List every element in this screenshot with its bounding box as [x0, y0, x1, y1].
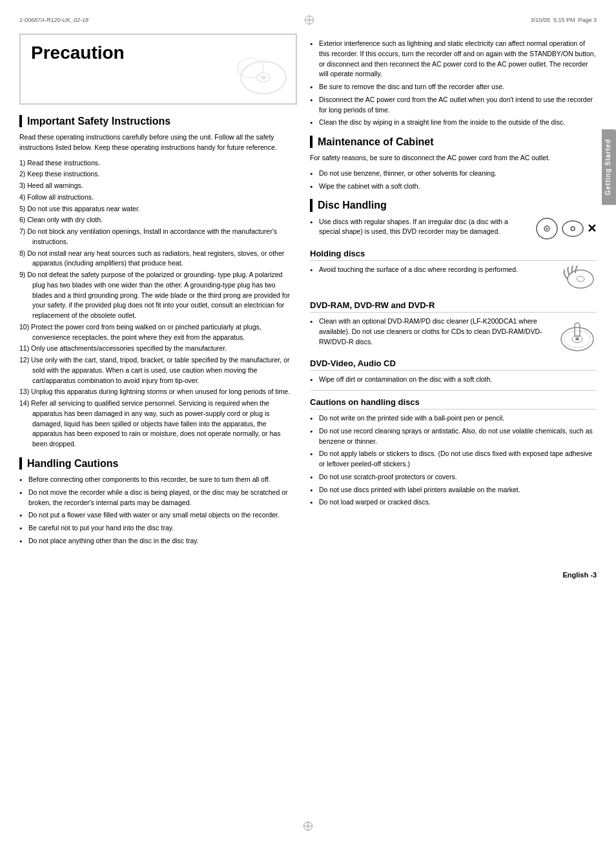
disc-handling-row: Use discs with regular shapes. If an irr…	[310, 217, 597, 243]
svg-point-10	[577, 276, 584, 282]
list-item: 10) Protect the power cord from being wa…	[19, 322, 297, 343]
disc-images: ✕	[535, 217, 597, 240]
safety-list: 1) Read these instructions. 2) Keep thes…	[19, 158, 297, 450]
list-item: 2) Keep these instructions.	[19, 169, 297, 180]
list-item: 6) Clean only with dry cloth.	[19, 215, 297, 225]
maintenance-list: Do not use benzene, thinner, or other so…	[310, 169, 597, 192]
disc-handling-list: Use discs with regular shapes. If an irr…	[310, 217, 529, 238]
list-item: 11) Only use attachments/accessories spe…	[19, 344, 297, 354]
list-item: 8) Do not install near any heat sources …	[19, 249, 297, 269]
svg-point-6	[546, 227, 548, 229]
list-item: Do not use discs printed with label prin…	[310, 485, 597, 495]
list-item: 9) Do not defeat the safety purpose of t…	[19, 270, 297, 321]
list-item: Do not put a flower vase filled with wat…	[19, 510, 297, 521]
page-meta: 3/10/05 5:15 PM Page 3	[531, 17, 597, 23]
hand-illustration	[558, 265, 597, 294]
list-item: 14) Refer all servicing to qualified ser…	[19, 399, 297, 450]
list-item: Do not load warped or cracked discs.	[310, 497, 597, 508]
list-item: Do not write on the printed side with a …	[310, 413, 597, 424]
svg-point-13	[575, 338, 579, 340]
handling-list: Before connecting other components to th…	[19, 475, 297, 546]
getting-started-tab: Getting Started	[602, 129, 616, 205]
list-item: Do not use scratch-proof protectors or c…	[310, 472, 597, 482]
handling-heading: Handling Cautions	[19, 457, 297, 470]
list-item: Wipe off dirt or contamination on the di…	[310, 375, 597, 385]
svg-point-7	[562, 221, 583, 236]
list-item: Do not place anything other than the dis…	[19, 536, 297, 546]
precaution-box: Precaution	[19, 34, 297, 105]
list-item: Use discs with regular shapes. If an irr…	[310, 217, 529, 238]
dvd-video-list: Wipe off dirt or contamination on the di…	[310, 375, 597, 385]
file-info: 1-00687A-R120-UK_02-18	[19, 17, 88, 23]
list-item: Before connecting other components to th…	[19, 475, 297, 485]
x-mark: ✕	[587, 222, 597, 236]
list-item: 3) Heed all warnings.	[19, 181, 297, 191]
list-item: 7) Do not block any ventilation openings…	[19, 227, 297, 247]
safety-intro: Read these operating instructions carefu…	[19, 132, 297, 153]
list-item: Disconnect the AC power cord from the AC…	[310, 95, 597, 116]
left-column: Precaution Important Safety Instructions…	[19, 34, 297, 552]
reg-mark-top	[305, 16, 314, 25]
svg-point-2	[261, 76, 266, 79]
holding-discs-list: Avoid touching the surface of a disc whe…	[310, 265, 551, 275]
list-item: 13) Unplug this apparatus during lightni…	[19, 387, 297, 397]
reg-mark-bottom-left	[303, 822, 313, 831]
right-column: Exterior interference such as lightning …	[310, 34, 597, 552]
list-item: Do not use record cleaning sprays or ant…	[310, 426, 597, 447]
list-item: 4) Follow all instructions.	[19, 192, 297, 203]
cautions-handling-heading: Cautions on handling discs	[310, 397, 597, 409]
dvd-ram-list: Clean with an optional DVD-RAM/PD disc c…	[310, 316, 551, 347]
list-item: Be sure to remove the disc and turn off …	[310, 82, 597, 92]
list-item: Clean the disc by wiping in a straight l…	[310, 118, 597, 128]
precaution-disc-decor	[231, 39, 289, 97]
svg-point-3	[238, 58, 263, 78]
svg-point-8	[571, 227, 575, 231]
list-item: Do not apply labels or stickers to discs…	[310, 449, 597, 470]
page-container: 1-00687A-R120-UK_02-18 3/10/05 5:15 PM P…	[0, 0, 616, 850]
precaution-title: Precaution	[31, 43, 125, 63]
list-item: Wipe the cabinet with a soft cloth.	[310, 181, 597, 192]
holding-discs-row: Avoid touching the surface of a disc whe…	[310, 265, 597, 294]
content-area: Precaution Important Safety Instructions…	[0, 34, 616, 552]
page-footer: English -3	[0, 565, 616, 585]
dvd-ram-row: Clean with an optional DVD-RAM/PD disc c…	[310, 316, 597, 352]
page-number: English -3	[562, 571, 597, 579]
list-item: 1) Read these instructions.	[19, 158, 297, 169]
list-item: Clean with an optional DVD-RAM/PD disc c…	[310, 316, 551, 347]
svg-rect-15	[575, 323, 580, 337]
list-item: Do not move the recorder while a disc is…	[19, 488, 297, 508]
divider	[310, 390, 597, 391]
list-item: 5) Do not use this apparatus near water.	[19, 204, 297, 214]
list-item: 12) Use only with the cart, stand, tripo…	[19, 355, 297, 386]
maintenance-intro: For safety reasons, be sure to disconnec…	[310, 153, 597, 163]
list-item: Exterior interference such as lightning …	[310, 39, 597, 79]
list-item: Be careful not to put your hand into the…	[19, 523, 297, 534]
maintenance-heading: Maintenance of Cabinet	[310, 136, 597, 148]
dvd-video-heading: DVD-Video, Audio CD	[310, 358, 597, 371]
list-item: Do not use benzene, thinner, or other so…	[310, 169, 597, 179]
list-item: Avoid touching the surface of a disc whe…	[310, 265, 551, 275]
disc-cleaner-illustration	[558, 316, 597, 352]
dvdram-heading: DVD-RAM, DVD-RW and DVD-R	[310, 300, 597, 313]
disc-handling-heading: Disc Handling	[310, 199, 597, 211]
cautions-handling-list: Do not write on the printed side with a …	[310, 413, 597, 508]
safety-heading: Important Safety Instructions	[19, 115, 297, 127]
top-bar: 1-00687A-R120-UK_02-18 3/10/05 5:15 PM P…	[0, 13, 616, 27]
holding-discs-heading: Holding discs	[310, 249, 597, 261]
exterior-list: Exterior interference such as lightning …	[310, 39, 597, 128]
